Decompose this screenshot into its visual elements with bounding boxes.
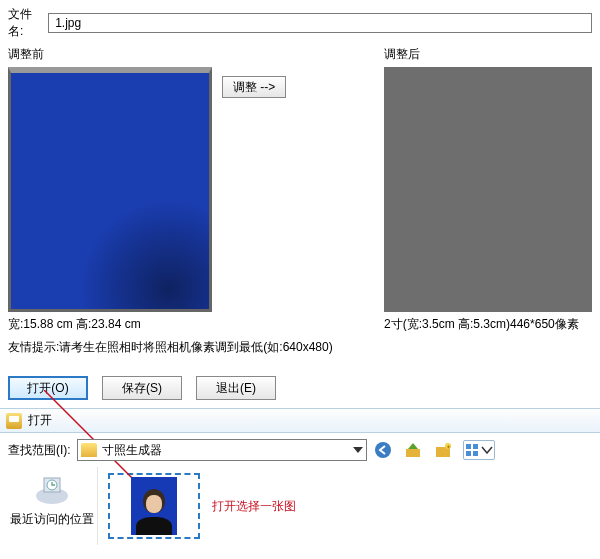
new-folder-icon[interactable]: ✦ [433,440,453,460]
dialog-titlebar: 打开 [0,408,600,433]
before-image [8,67,212,312]
svg-rect-9 [473,451,478,456]
exit-button[interactable]: 退出(E) [196,376,276,400]
recent-places-label: 最近访问的位置 [10,511,94,528]
places-bar: 最近访问的位置 [6,467,98,545]
after-label: 调整后 [384,46,592,63]
back-icon[interactable] [373,440,393,460]
recent-places-icon[interactable] [31,471,73,507]
svg-rect-6 [466,444,471,449]
svg-point-1 [375,442,391,458]
filename-label: 文件名: [8,6,44,40]
filename-input[interactable] [48,13,592,33]
svg-rect-7 [473,444,478,449]
lookup-label: 查找范围(I): [8,442,71,459]
svg-rect-8 [466,451,471,456]
after-image [384,67,592,312]
svg-text:✦: ✦ [445,444,450,450]
svg-rect-2 [406,449,420,457]
file-thumbnail[interactable] [108,473,200,539]
up-icon[interactable] [403,440,423,460]
adjust-button[interactable]: 调整 --> [222,76,286,98]
before-label: 调整前 [8,46,212,63]
view-menu-icon[interactable] [463,440,495,460]
before-dimensions: 宽:15.88 cm 高:23.84 cm [8,316,212,333]
annotation-text: 打开选择一张图 [212,498,296,515]
after-dimensions: 2寸(宽:3.5cm 高:5.3cm)446*650像素 [384,316,592,333]
file-list[interactable]: 打开选择一张图 [102,467,594,545]
tip-text: 友情提示:请考生在照相时将照相机像素调到最低(如:640x480) [8,339,592,356]
save-button[interactable]: 保存(S) [102,376,182,400]
open-button[interactable]: 打开(O) [8,376,88,400]
dialog-icon [6,413,22,429]
folder-combo[interactable] [77,439,367,461]
folder-icon [81,443,97,457]
dialog-title-text: 打开 [28,412,52,429]
